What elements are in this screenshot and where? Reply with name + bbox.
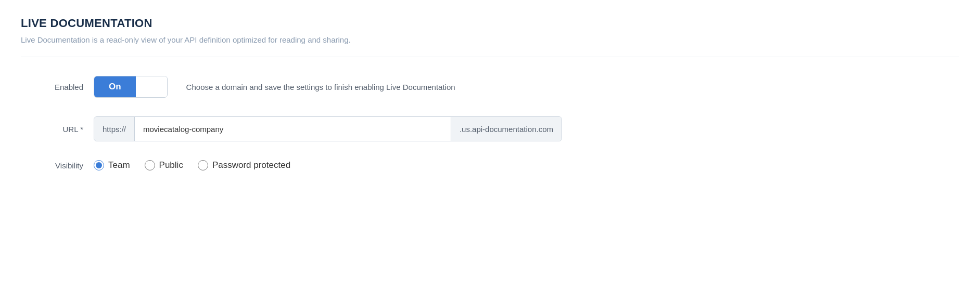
toggle-on-button[interactable]: On — [94, 76, 136, 97]
divider — [21, 57, 959, 57]
form-section: Enabled On Choose a domain and save the … — [21, 76, 959, 170]
url-field-container: https:// .us.api-documentation.com — [94, 116, 562, 141]
toggle-off-button[interactable] — [136, 76, 167, 97]
visibility-row: Visibility Team Public Password protecte… — [31, 160, 959, 170]
url-row: URL * https:// .us.api-documentation.com — [31, 116, 959, 141]
url-prefix: https:// — [94, 117, 135, 141]
enabled-row: Enabled On Choose a domain and save the … — [31, 76, 959, 98]
radio-input-password[interactable] — [198, 160, 208, 170]
enabled-label: Enabled — [31, 83, 83, 91]
toggle-switch[interactable]: On — [94, 76, 168, 98]
radio-label-password: Password protected — [212, 160, 290, 170]
radio-option-team[interactable]: Team — [94, 160, 130, 170]
radio-input-public[interactable] — [145, 160, 155, 170]
radio-option-public[interactable]: Public — [145, 160, 183, 170]
url-suffix: .us.api-documentation.com — [451, 117, 562, 141]
url-label: URL * — [31, 125, 83, 134]
visibility-radio-group: Team Public Password protected — [94, 160, 290, 170]
radio-option-password[interactable]: Password protected — [198, 160, 290, 170]
toggle-hint: Choose a domain and save the settings to… — [186, 83, 455, 91]
page-title: LIVE DOCUMENTATION — [21, 17, 959, 30]
radio-label-public: Public — [159, 160, 183, 170]
radio-label-team: Team — [108, 160, 130, 170]
visibility-label: Visibility — [31, 161, 83, 170]
page-subtitle: Live Documentation is a read-only view o… — [21, 35, 959, 44]
radio-input-team[interactable] — [94, 160, 104, 170]
url-input[interactable] — [135, 117, 451, 141]
page-container: LIVE DOCUMENTATION Live Documentation is… — [0, 0, 980, 187]
